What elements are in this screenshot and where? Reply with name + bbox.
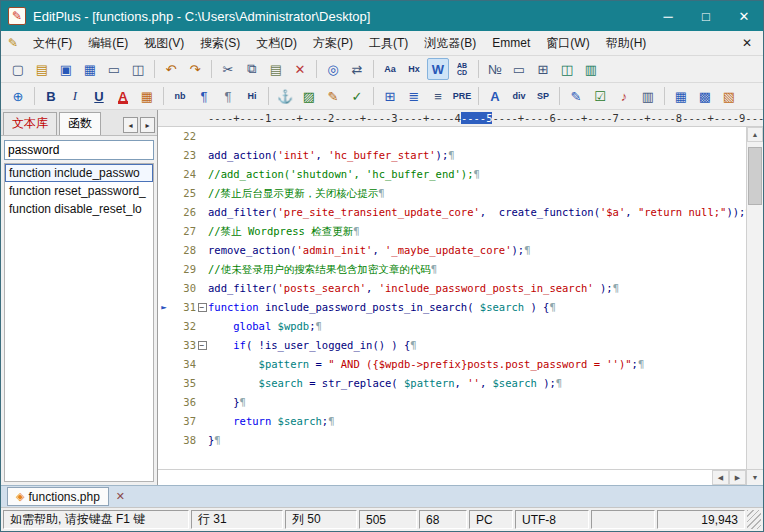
function-list-item[interactable]: function include_passwo bbox=[5, 164, 153, 182]
table-rows-icon[interactable]: ≣ bbox=[403, 85, 425, 107]
edit-pencil-icon[interactable]: ✎ bbox=[322, 85, 344, 107]
menu-item-6[interactable]: 工具(T) bbox=[361, 31, 416, 55]
pilcrow-icon[interactable]: ¶ bbox=[193, 85, 215, 107]
code-line[interactable]: ►31−function include_password_posts_in_s… bbox=[158, 298, 746, 317]
scroll-right-icon[interactable]: ▶ bbox=[729, 470, 746, 485]
table-shaded-icon[interactable]: ▩ bbox=[694, 85, 716, 107]
code-line[interactable]: 24//add_action('shutdown', 'hc_buffer_en… bbox=[158, 165, 746, 184]
code-line[interactable]: 29//使未登录用户的搜索结果包含加密文章的代码¶ bbox=[158, 260, 746, 279]
copy-icon[interactable]: ⧉ bbox=[241, 58, 263, 80]
close-button[interactable]: ✕ bbox=[725, 1, 763, 31]
invisible-marks-icon[interactable]: ¶ bbox=[217, 85, 239, 107]
undo-icon[interactable]: ↶ bbox=[160, 58, 182, 80]
hex-view-icon[interactable]: Hx bbox=[403, 58, 425, 80]
menu-item-10[interactable]: 帮助(H) bbox=[598, 31, 655, 55]
code-line[interactable]: 36 }¶ bbox=[158, 393, 746, 412]
menu-item-0[interactable]: 文件(F) bbox=[25, 31, 80, 55]
browser-preview-icon[interactable]: ▥ bbox=[580, 58, 602, 80]
function-list-item[interactable]: function disable_reset_lo bbox=[5, 200, 153, 218]
find-icon[interactable]: ◎ bbox=[322, 58, 344, 80]
ruler-icon[interactable]: ▭ bbox=[508, 58, 530, 80]
code-line[interactable]: 30add_filter('posts_search', 'include_pa… bbox=[158, 279, 746, 298]
table-grid-icon[interactable]: ▦ bbox=[670, 85, 692, 107]
text-case-icon[interactable]: Aa bbox=[379, 58, 401, 80]
underline-icon[interactable]: U bbox=[88, 85, 110, 107]
redo-icon[interactable]: ↷ bbox=[184, 58, 206, 80]
sidebar-tab-functions[interactable]: 函数 bbox=[59, 112, 101, 135]
span-tag-icon[interactable]: SP bbox=[532, 85, 554, 107]
function-search-input[interactable] bbox=[4, 140, 154, 160]
code-line[interactable]: 35 $search = str_replace( $pattern, '', … bbox=[158, 374, 746, 393]
media-icon[interactable]: ▥ bbox=[637, 85, 659, 107]
maximize-button[interactable]: □ bbox=[687, 1, 725, 31]
nbsp-icon[interactable]: nb bbox=[169, 85, 191, 107]
sidebar-tab-prev-button[interactable]: ◂ bbox=[123, 117, 138, 133]
horizontal-scroll-track[interactable] bbox=[158, 470, 712, 485]
font-color-icon[interactable]: A bbox=[112, 85, 134, 107]
code-line[interactable]: 28remove_action('admin_init', '_maybe_up… bbox=[158, 241, 746, 260]
menu-item-7[interactable]: 浏览器(B) bbox=[416, 31, 484, 55]
function-list-item[interactable]: function reset_password_ bbox=[5, 182, 153, 200]
code-line[interactable]: 26add_filter('pre_site_transient_update_… bbox=[158, 203, 746, 222]
sidebar-tab-next-button[interactable]: ▸ bbox=[140, 117, 155, 133]
sidebar-tab-cliptext[interactable]: 文本库 bbox=[3, 112, 57, 135]
delete-icon[interactable]: ✕ bbox=[289, 58, 311, 80]
open-folder-icon[interactable]: ▤ bbox=[31, 58, 53, 80]
vertical-scroll-thumb[interactable] bbox=[748, 147, 762, 205]
menu-item-9[interactable]: 窗口(W) bbox=[538, 31, 597, 55]
music-icon[interactable]: ♪ bbox=[613, 85, 635, 107]
image-icon[interactable]: ▨ bbox=[298, 85, 320, 107]
code-line[interactable]: 32 global $wpdb;¶ bbox=[158, 317, 746, 336]
word-wrap-icon[interactable]: W bbox=[427, 58, 449, 80]
cut-icon[interactable]: ✂ bbox=[217, 58, 239, 80]
scroll-down-icon[interactable]: ▼ bbox=[746, 470, 763, 485]
menu-item-8[interactable]: Emmet bbox=[484, 31, 538, 55]
table-icon[interactable]: ⊞ bbox=[379, 85, 401, 107]
menu-item-3[interactable]: 搜索(S) bbox=[192, 31, 248, 55]
scroll-up-icon[interactable]: ▲ bbox=[747, 127, 763, 142]
code-line[interactable]: 37 return $search;¶ bbox=[158, 412, 746, 431]
align-icon[interactable]: ≡ bbox=[427, 85, 449, 107]
minimize-button[interactable]: ─ bbox=[649, 1, 687, 31]
menu-item-1[interactable]: 编辑(E) bbox=[80, 31, 136, 55]
menu-item-4[interactable]: 文档(D) bbox=[248, 31, 305, 55]
validate-icon[interactable]: ☑ bbox=[589, 85, 611, 107]
bold-icon[interactable]: B bbox=[40, 85, 62, 107]
vertical-scrollbar[interactable]: ▲ bbox=[746, 127, 763, 469]
menu-item-2[interactable]: 视图(V) bbox=[136, 31, 192, 55]
new-document-icon[interactable]: ▢ bbox=[7, 58, 29, 80]
code-line[interactable]: 25//禁止后台显示更新，关闭核心提示¶ bbox=[158, 184, 746, 203]
spellcheck-icon[interactable]: ✓ bbox=[346, 85, 368, 107]
code-line[interactable]: 38}¶ bbox=[158, 431, 746, 450]
anchor-icon[interactable]: ⚓ bbox=[274, 85, 296, 107]
scroll-left-icon[interactable]: ◀ bbox=[712, 470, 729, 485]
code-line[interactable]: 22 bbox=[158, 127, 746, 146]
paste-icon[interactable]: ▤ bbox=[265, 58, 287, 80]
print-preview-icon[interactable]: ◫ bbox=[127, 58, 149, 80]
code-line[interactable]: 34 $pattern = " AND ({$wpdb->prefix}post… bbox=[158, 355, 746, 374]
menu-item-5[interactable]: 方案(P) bbox=[305, 31, 361, 55]
split-window-icon[interactable]: ◫ bbox=[556, 58, 578, 80]
resize-grip[interactable] bbox=[747, 510, 761, 529]
color-swatch-icon[interactable]: ▧ bbox=[718, 85, 740, 107]
document-close-icon[interactable]: ✕ bbox=[731, 36, 763, 50]
print-icon[interactable]: ▭ bbox=[103, 58, 125, 80]
pre-tag-icon[interactable]: PRE bbox=[451, 85, 473, 107]
div-tag-icon[interactable]: div bbox=[508, 85, 530, 107]
heading-tag-icon[interactable]: Hi bbox=[241, 85, 263, 107]
tab-close-icon[interactable]: ✕ bbox=[116, 490, 125, 503]
vertical-scroll-track[interactable] bbox=[747, 142, 763, 469]
browser-icon[interactable]: ⊕ bbox=[7, 85, 29, 107]
replace-icon[interactable]: ⇄ bbox=[346, 58, 368, 80]
italic-icon[interactable]: I bbox=[64, 85, 86, 107]
code-view[interactable]: 2223add_action('init', 'hc_buffer_start'… bbox=[158, 127, 746, 469]
save-all-icon[interactable]: ▦ bbox=[79, 58, 101, 80]
color-palette-icon[interactable]: ▦ bbox=[136, 85, 158, 107]
line-numbers-icon[interactable]: № bbox=[484, 58, 506, 80]
compose-icon[interactable]: ✎ bbox=[565, 85, 587, 107]
code-line[interactable]: 33− if( !is_user_logged_in() ) {¶ bbox=[158, 336, 746, 355]
fold-toggle-icon[interactable]: − bbox=[198, 341, 207, 350]
save-icon[interactable]: ▣ bbox=[55, 58, 77, 80]
anchor-tag-icon[interactable]: A bbox=[484, 85, 506, 107]
soft-wrap-icon[interactable]: AB CD bbox=[451, 58, 473, 80]
